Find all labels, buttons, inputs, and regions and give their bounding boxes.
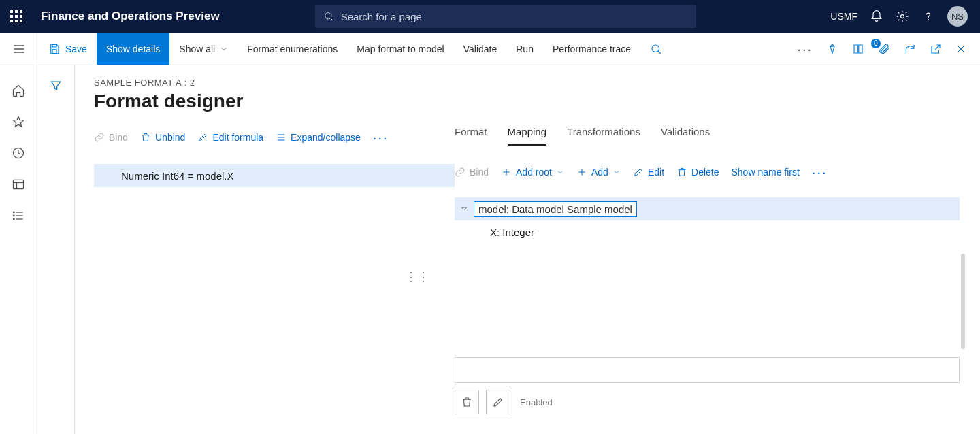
bottom-edit-button[interactable] bbox=[486, 390, 510, 414]
svg-rect-18 bbox=[52, 49, 56, 53]
global-header: Finance and Operations Preview Search fo… bbox=[0, 0, 980, 33]
search-icon bbox=[650, 43, 662, 55]
action-popout[interactable] bbox=[930, 43, 942, 55]
nav-recent[interactable] bbox=[0, 137, 37, 169]
action-search[interactable] bbox=[640, 33, 672, 65]
main-content: SAMPLE FORMAT A : 2 Format designer Bind… bbox=[75, 65, 980, 434]
show-all-button[interactable]: Show all bbox=[169, 33, 238, 65]
body-area: SAMPLE FORMAT A : 2 Format designer Bind… bbox=[37, 65, 980, 434]
waffle-icon bbox=[10, 10, 22, 22]
svg-point-2 bbox=[901, 15, 904, 18]
nav-modules[interactable] bbox=[0, 200, 37, 231]
left-toolbar: Bind Unbind Edit formula Expand/collapse bbox=[94, 126, 455, 149]
format-enumerations-button[interactable]: Format enumerations bbox=[238, 33, 347, 65]
bottom-delete-button[interactable] bbox=[455, 390, 479, 414]
add-button[interactable]: Add bbox=[576, 167, 621, 178]
attachments-badge: 0 bbox=[871, 39, 881, 48]
right-overflow[interactable]: ··· bbox=[812, 169, 828, 176]
mapping-root-label: model: Data model Sample model bbox=[474, 201, 637, 217]
bind-button-left: Bind bbox=[94, 132, 128, 143]
book-icon bbox=[852, 43, 864, 55]
chevron-down-icon bbox=[556, 168, 564, 176]
mapping-row-root[interactable]: model: Data model Sample model bbox=[455, 197, 960, 220]
close-icon bbox=[956, 44, 966, 54]
popout-icon bbox=[930, 43, 942, 55]
home-icon bbox=[12, 84, 25, 97]
right-toolbar: Bind Add root Add Edit bbox=[455, 161, 960, 184]
format-tree-row[interactable]: Numeric Int64 = model.X bbox=[94, 164, 455, 187]
gear-icon bbox=[896, 10, 909, 23]
validate-button[interactable]: Validate bbox=[454, 33, 507, 65]
map-format-to-model-button[interactable]: Map format to model bbox=[347, 33, 453, 65]
nav-favorites[interactable] bbox=[0, 106, 37, 137]
expander-icon[interactable] bbox=[457, 205, 471, 213]
app-launcher[interactable] bbox=[0, 0, 33, 33]
list-tree-icon bbox=[276, 132, 287, 143]
save-button[interactable]: Save bbox=[37, 33, 97, 65]
global-search[interactable]: Search for a page bbox=[315, 5, 696, 28]
diamond-icon bbox=[826, 43, 838, 55]
action-overflow[interactable]: ··· bbox=[797, 46, 813, 52]
svg-point-19 bbox=[652, 45, 659, 52]
action-close[interactable] bbox=[956, 44, 966, 54]
svg-rect-8 bbox=[14, 180, 24, 188]
left-pane: Bind Unbind Edit formula Expand/collapse bbox=[94, 126, 455, 418]
run-button[interactable]: Run bbox=[506, 33, 543, 65]
settings-button[interactable] bbox=[896, 10, 909, 23]
mapping-row-child[interactable]: X: Integer bbox=[455, 220, 960, 244]
nav-toggle[interactable] bbox=[0, 33, 37, 65]
plus-icon bbox=[501, 167, 512, 178]
filter-column bbox=[37, 65, 75, 434]
delete-button[interactable]: Delete bbox=[676, 167, 719, 178]
svg-point-3 bbox=[928, 20, 929, 20]
star-icon bbox=[12, 115, 25, 129]
scroll-thumb[interactable] bbox=[961, 254, 965, 349]
notifications-button[interactable] bbox=[870, 10, 883, 23]
nav-home[interactable] bbox=[0, 75, 37, 106]
filter-icon bbox=[49, 79, 63, 93]
action-open[interactable] bbox=[852, 43, 864, 55]
pencil-icon bbox=[197, 132, 208, 143]
action-diamond[interactable] bbox=[826, 43, 838, 55]
tab-mapping[interactable]: Mapping bbox=[508, 126, 547, 146]
help-icon bbox=[921, 10, 935, 23]
show-name-first-button[interactable]: Show name first bbox=[731, 167, 799, 178]
right-tabs: Format Mapping Transformations Validatio… bbox=[455, 126, 960, 146]
plus-icon bbox=[576, 167, 587, 178]
trash-icon bbox=[140, 132, 151, 143]
performance-trace-button[interactable]: Performance trace bbox=[543, 33, 640, 65]
refresh-icon bbox=[904, 43, 916, 55]
add-root-button[interactable]: Add root bbox=[501, 167, 564, 178]
show-details-button[interactable]: Show details bbox=[97, 33, 169, 65]
search-icon bbox=[323, 11, 334, 22]
left-nav-rail bbox=[0, 33, 37, 434]
action-refresh[interactable] bbox=[904, 43, 916, 55]
tab-transformations[interactable]: Transformations bbox=[567, 126, 640, 146]
tenant-label[interactable]: USMF bbox=[830, 11, 858, 22]
tab-format[interactable]: Format bbox=[455, 126, 487, 146]
edit-button[interactable]: Edit bbox=[633, 167, 664, 178]
svg-line-1 bbox=[330, 18, 332, 20]
tab-validations[interactable]: Validations bbox=[661, 126, 710, 146]
user-avatar[interactable]: NS bbox=[947, 6, 968, 27]
pane-splitter[interactable]: ⋮⋮ bbox=[405, 269, 429, 284]
panes: Bind Unbind Edit formula Expand/collapse bbox=[94, 126, 980, 418]
bottom-input-box[interactable] bbox=[455, 357, 960, 383]
filter-button[interactable] bbox=[49, 79, 63, 434]
pencil-icon bbox=[492, 396, 504, 408]
svg-rect-17 bbox=[52, 44, 56, 47]
svg-line-20 bbox=[658, 51, 661, 54]
help-button[interactable] bbox=[921, 10, 935, 23]
bind-button-right: Bind bbox=[455, 167, 489, 178]
bottom-controls: Enabled bbox=[455, 390, 553, 414]
expand-collapse-button[interactable]: Expand/collapse bbox=[276, 132, 361, 143]
chevron-down-icon bbox=[612, 168, 621, 176]
nav-workspaces[interactable] bbox=[0, 169, 37, 200]
chevron-down-icon bbox=[220, 45, 228, 53]
unbind-button[interactable]: Unbind bbox=[140, 132, 185, 143]
save-icon bbox=[48, 43, 61, 55]
left-overflow[interactable]: ··· bbox=[373, 134, 389, 141]
svg-point-16 bbox=[14, 218, 15, 220]
edit-formula-button[interactable]: Edit formula bbox=[197, 132, 263, 143]
action-attachments[interactable]: 0 bbox=[878, 43, 890, 55]
